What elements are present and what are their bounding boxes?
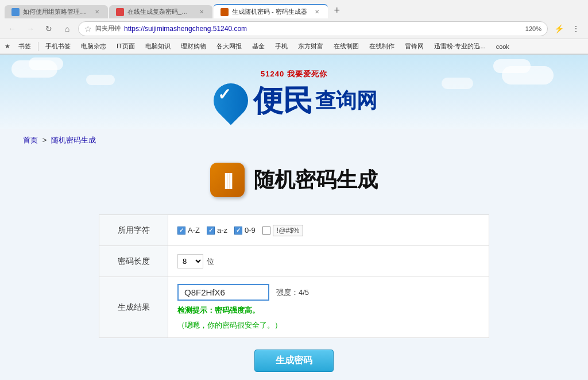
site-header: 51240 我要爱死你 ✓ 便民 查询网 (0, 55, 588, 129)
menu-button[interactable]: ⋮ (568, 21, 583, 36)
charset-value: ✓ A-Z ✓ a-z ✓ (168, 215, 489, 245)
bookmark-onlinemake[interactable]: 在线制作 (365, 41, 399, 52)
zoom-level: 120% (525, 25, 541, 32)
generate-btn-container: 生成密码 (23, 338, 565, 380)
bookmark-phone[interactable]: 手机书签 (41, 41, 75, 52)
bookmark-leifeng[interactable]: 雷锋网 (400, 41, 428, 52)
tab1-close[interactable]: ✕ (93, 8, 101, 16)
star-label: 闻夹用钟 (95, 24, 121, 33)
form-row-result: 生成结果 强度：4/5 检测提示：密码强度高。 （嗯嗯，你的密码很安全了。） (99, 277, 489, 337)
back-button[interactable]: ← (5, 21, 20, 36)
result-value: 强度：4/5 检测提示：密码强度高。 （嗯嗯，你的密码很安全了。） (168, 277, 489, 337)
new-tab-button[interactable]: + (329, 2, 345, 18)
cloud-2 (29, 57, 63, 70)
url-text: https://suijimimashengcheng.51240.com (124, 25, 522, 33)
bookmark-sep-1 (38, 42, 38, 51)
logo-main-row: ✓ 便民 查询网 (211, 80, 377, 121)
bookmarks-bar: ★ 书签 手机书签 电脑杂志 IT页面 电脑知识 理财购物 各大网报 基金 手机… (0, 39, 588, 54)
checkbox-az-lower-box: ✓ (207, 227, 215, 235)
generate-button[interactable]: 生成密码 (254, 350, 334, 372)
bookmark-shouqian[interactable]: 书签 (14, 41, 36, 52)
length-label: 密码长度 (99, 246, 168, 277)
checkbox-az-lower-check: ✓ (208, 227, 213, 233)
cloud-4 (493, 59, 531, 73)
page-title: 随机密码生成 (254, 166, 378, 194)
checkbox-09-check: ✓ (236, 227, 241, 233)
bookmark-it[interactable]: IT页面 (112, 41, 140, 52)
checkbox-az-check: ✓ (179, 227, 184, 233)
bookmark-news[interactable]: 各大网报 (212, 41, 246, 52)
bookmark-knowledge[interactable]: 电脑知识 (141, 41, 175, 52)
refresh-button[interactable]: ↻ (41, 21, 56, 36)
checkbox-09-label: 0-9 (245, 226, 256, 235)
logo-text: 便民 (253, 86, 313, 116)
checkbox-az-lower-label: a-z (217, 226, 227, 235)
page-content: 51240 我要爱死你 ✓ 便民 查询网 首页 > 随机密码 (0, 55, 588, 380)
logo-bird-text: ✓ (218, 85, 231, 104)
title-icon: ||| (210, 163, 245, 197)
bookmark-fund[interactable]: 基金 (247, 41, 269, 52)
checkbox-special[interactable]: !@#$% (262, 225, 304, 236)
home-button[interactable]: ⌂ (60, 21, 75, 36)
bookmark-eastmoney[interactable]: 东方财富 (293, 41, 328, 52)
forward-button[interactable]: → (23, 21, 38, 36)
tab-3[interactable]: 生成随机密码 - 密码生成器 ✕ (214, 4, 328, 18)
checkbox-az-box: ✓ (177, 227, 185, 235)
detection-text: 检测提示：密码强度高。 (177, 305, 260, 316)
form-row-length: 密码长度 6 7 8 9 10 12 16 20 位 (99, 246, 489, 277)
breadcrumb-home[interactable]: 首页 (23, 136, 38, 144)
form-container: 所用字符 ✓ A-Z ✓ a-z (99, 214, 489, 338)
title-icon-inner: ||| (223, 170, 231, 190)
cloud-5 (86, 75, 115, 85)
tabs-row: 如何使用组策略管理用户的Windows... ✕ 在线生成复杂密码_百度搜索 ✕… (0, 0, 588, 18)
safety-text: （嗯嗯，你的密码很安全了。） (177, 320, 282, 331)
tab2-close[interactable]: ✕ (198, 8, 206, 16)
bookmark-xunlei[interactable]: 迅雷粉-专业的迅... (430, 41, 490, 52)
result-label: 生成结果 (99, 277, 168, 337)
logo-query-text: 查询网 (315, 90, 377, 111)
checkbox-az[interactable]: ✓ A-Z (177, 226, 200, 235)
tab2-label: 在线生成复杂密码_百度搜索 (127, 7, 192, 16)
length-select[interactable]: 6 7 8 9 10 12 16 20 (177, 254, 203, 268)
bookmark-mobile[interactable]: 手机 (270, 41, 292, 52)
page-title-area: ||| 随机密码生成 (23, 151, 565, 214)
length-select-container: 6 7 8 9 10 12 16 20 位 (177, 254, 214, 268)
checkbox-09-box: ✓ (234, 227, 242, 235)
bookmark-onlinedraw[interactable]: 在线制图 (329, 41, 363, 52)
cloud-6 (442, 78, 473, 89)
generated-password-input[interactable] (177, 284, 269, 301)
tab1-label: 如何使用组策略管理用户的Windows... (23, 7, 87, 16)
toolbar-right: ⚡ ⋮ (551, 21, 583, 36)
address-bar[interactable]: ☆ 闻夹用钟 https://suijimimashengcheng.51240… (78, 21, 548, 36)
bookmarks-icon: ★ (5, 43, 10, 50)
breadcrumb-sep: > (42, 136, 47, 144)
checkbox-special-box (262, 227, 270, 235)
bookmark-pc[interactable]: 电脑杂志 (76, 41, 111, 52)
bookmark-finance[interactable]: 理财购物 (176, 41, 211, 52)
main-area: 首页 > 随机密码生成 ||| 随机密码生成 所用字符 ✓ (0, 129, 588, 380)
extensions-button[interactable]: ⚡ (551, 21, 566, 36)
bookmark-cook[interactable]: cook (492, 42, 514, 51)
checkbox-az-lower[interactable]: ✓ a-z (207, 226, 227, 235)
logo: 51240 我要爱死你 ✓ 便民 查询网 (211, 69, 377, 121)
browser-chrome: 如何使用组策略管理用户的Windows... ✕ 在线生成复杂密码_百度搜索 ✕… (0, 0, 588, 55)
checkbox-special-label: !@#$% (273, 225, 304, 236)
tab3-close[interactable]: ✕ (313, 8, 321, 16)
tab1-favicon (11, 8, 20, 16)
breadcrumb: 首页 > 随机密码生成 (23, 129, 565, 151)
charset-label: 所用字符 (99, 215, 168, 245)
breadcrumb-current[interactable]: 随机密码生成 (51, 136, 96, 144)
tab-1[interactable]: 如何使用组策略管理用户的Windows... ✕ (5, 5, 108, 18)
browser-toolbar: ← → ↻ ⌂ ☆ 闻夹用钟 https://suijimimashengche… (0, 18, 588, 39)
result-row-1: 强度：4/5 (177, 284, 309, 301)
tab-2[interactable]: 在线生成复杂密码_百度搜索 ✕ (109, 5, 212, 18)
form-row-charset: 所用字符 ✓ A-Z ✓ a-z (99, 215, 489, 246)
logo-bird-shape (207, 76, 256, 125)
checkbox-09[interactable]: ✓ 0-9 (234, 226, 256, 235)
tab2-favicon (116, 8, 124, 16)
length-value: 6 7 8 9 10 12 16 20 位 (168, 246, 489, 277)
tab3-favicon (220, 8, 229, 16)
strength-text: 强度：4/5 (276, 287, 309, 298)
checkbox-az-label: A-Z (188, 226, 200, 235)
tab3-label: 生成随机密码 - 密码生成器 (232, 7, 307, 16)
